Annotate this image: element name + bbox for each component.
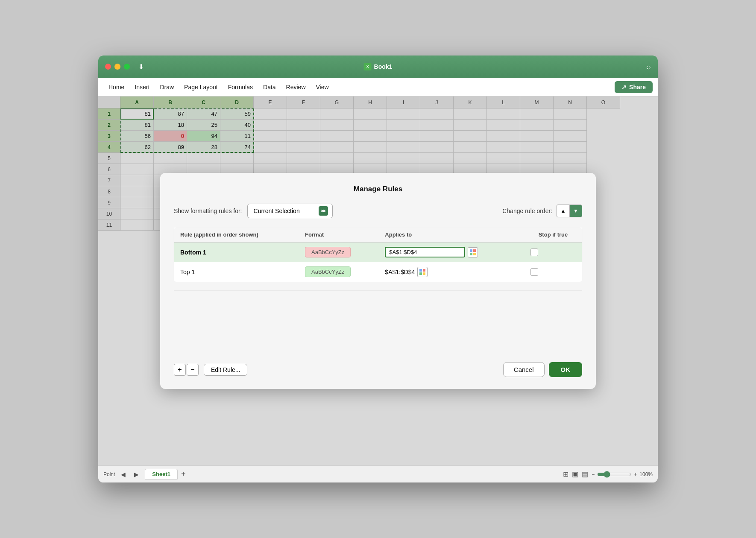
format-badge-green: AaBbCcYyZz xyxy=(305,266,351,277)
cell-ref-icon-top1[interactable] xyxy=(417,267,428,277)
modal-footer: + − Edit Rule... Cancel OK xyxy=(174,362,582,377)
titlebar: ⬇ X Book1 ⌕ xyxy=(98,56,658,78)
quick-access-icon[interactable]: ⬇ xyxy=(138,63,144,71)
bottombar: Point ◀ ▶ Sheet1 + ⊞ ▣ ▤ − + 100% xyxy=(98,465,658,482)
edit-rule-button[interactable]: Edit Rule... xyxy=(204,364,247,376)
rule-applies-top1: $A$1:$D$4 xyxy=(379,262,525,282)
grid-view-icon[interactable]: ⊞ xyxy=(563,470,568,478)
applies-to-value-top1: $A$1:$D$4 xyxy=(385,269,415,275)
col-stop-if-true: Stop if true xyxy=(525,227,582,243)
cancel-button[interactable]: Cancel xyxy=(503,362,545,377)
rule-stop-bottom1 xyxy=(525,243,582,262)
svg-rect-2 xyxy=(470,253,472,255)
rule-applies-bottom1 xyxy=(379,243,525,262)
order-buttons: ▲ ▼ xyxy=(557,205,582,217)
applies-to-input-bottom1[interactable] xyxy=(385,247,465,257)
rules-table-body: Bottom 1 AaBbCcYyZz xyxy=(174,243,582,282)
page-view-icon[interactable]: ▣ xyxy=(572,470,578,478)
spreadsheet-area: A B C D E F G H I J K L M N O xyxy=(98,96,658,465)
menu-formulas[interactable]: Formulas xyxy=(223,81,258,93)
view-icons: ⊞ ▣ ▤ − + 100% xyxy=(563,470,653,478)
zoom-plus-icon[interactable]: + xyxy=(634,471,637,477)
rule-row-bottom1[interactable]: Bottom 1 AaBbCcYyZz xyxy=(174,243,582,262)
stop-checkbox-top1[interactable] xyxy=(530,268,538,276)
rules-for-dropdown[interactable]: Current Selection xyxy=(247,204,333,218)
col-format: Format xyxy=(299,227,379,243)
add-sheet-button[interactable]: + xyxy=(181,470,186,479)
close-button[interactable] xyxy=(105,64,111,70)
app-window: ⬇ X Book1 ⌕ Home Insert Draw Page Layout… xyxy=(98,56,658,482)
col-applies-to: Applies to xyxy=(379,227,525,243)
show-rules-row: Show formatting rules for: Current Selec… xyxy=(174,204,582,218)
cell-ref-icon-bottom1[interactable] xyxy=(468,247,478,257)
svg-rect-6 xyxy=(419,272,422,275)
svg-rect-5 xyxy=(423,269,425,272)
dialog-title: Manage Rules xyxy=(174,185,582,193)
format-badge-pink: AaBbCcYyZz xyxy=(305,247,351,257)
titlebar-buttons xyxy=(105,64,130,70)
svg-rect-4 xyxy=(419,269,422,272)
svg-rect-1 xyxy=(473,249,476,252)
rule-row-top1[interactable]: Top 1 AaBbCcYyZz $A$1:$D$4 xyxy=(174,262,582,282)
menu-review[interactable]: Review xyxy=(281,81,311,93)
excel-icon: X xyxy=(364,63,372,70)
empty-rules-area xyxy=(174,290,582,359)
share-button[interactable]: ↗ Share xyxy=(615,81,653,93)
share-label: Share xyxy=(629,84,646,91)
dropdown-arrow-icon xyxy=(319,206,328,216)
sheet-nav-prev[interactable]: ◀ xyxy=(118,470,128,479)
rules-table-header: Rule (applied in order shown) Format App… xyxy=(174,227,582,243)
rule-name-top1: Top 1 xyxy=(174,262,299,282)
footer-right: Cancel OK xyxy=(503,362,582,377)
svg-rect-3 xyxy=(473,253,476,255)
rule-name-bottom1: Bottom 1 xyxy=(174,243,299,262)
rule-stop-top1 xyxy=(525,262,582,282)
ok-button[interactable]: OK xyxy=(549,362,583,377)
menu-insert[interactable]: Insert xyxy=(129,81,155,93)
menubar: Home Insert Draw Page Layout Formulas Da… xyxy=(98,78,658,96)
manage-rules-dialog: Manage Rules Show formatting rules for: … xyxy=(160,173,596,389)
menu-page-layout[interactable]: Page Layout xyxy=(179,81,223,93)
menu-draw[interactable]: Draw xyxy=(155,81,179,93)
menu-data[interactable]: Data xyxy=(258,81,281,93)
share-icon: ↗ xyxy=(621,84,627,91)
order-up-button[interactable]: ▲ xyxy=(557,205,569,217)
stop-checkbox-bottom1[interactable] xyxy=(530,249,538,256)
rules-table: Rule (applied in order shown) Format App… xyxy=(174,227,582,282)
zoom-minus-icon[interactable]: − xyxy=(592,471,595,477)
zoom-control: − + 100% xyxy=(592,471,653,478)
zoom-slider[interactable] xyxy=(597,471,631,478)
applies-to-field-bottom1 xyxy=(385,247,519,257)
modal-overlay: Manage Rules Show formatting rules for: … xyxy=(98,96,658,465)
maximize-button[interactable] xyxy=(124,64,130,70)
status-text: Point xyxy=(103,471,115,477)
menu-view[interactable]: View xyxy=(311,81,334,93)
add-rule-button[interactable]: + xyxy=(174,364,186,376)
remove-rule-button[interactable]: − xyxy=(187,364,199,376)
search-icon[interactable]: ⌕ xyxy=(646,62,651,71)
applies-to-field-top1: $A$1:$D$4 xyxy=(385,267,519,277)
col-rule: Rule (applied in order shown) xyxy=(174,227,299,243)
header-row: Rule (applied in order shown) Format App… xyxy=(174,227,582,243)
menu-home[interactable]: Home xyxy=(103,81,129,93)
minimize-button[interactable] xyxy=(114,64,120,70)
svg-rect-0 xyxy=(470,249,472,252)
sheet-nav-next[interactable]: ▶ xyxy=(132,470,141,479)
change-rule-order-label: Change rule order: xyxy=(502,208,552,214)
zoom-value: 100% xyxy=(639,471,653,477)
show-rules-label: Show formatting rules for: xyxy=(174,208,242,214)
svg-rect-7 xyxy=(423,272,425,275)
order-down-button[interactable]: ▼ xyxy=(569,205,582,217)
sheet-tab-sheet1[interactable]: Sheet1 xyxy=(145,469,178,480)
app-title: Book1 xyxy=(374,63,393,70)
titlebar-title: X Book1 xyxy=(364,63,393,70)
footer-left: + − Edit Rule... xyxy=(174,364,247,376)
layout-view-icon[interactable]: ▤ xyxy=(582,470,588,478)
dropdown-value: Current Selection xyxy=(254,208,300,214)
rule-format-top1: AaBbCcYyZz xyxy=(299,262,379,282)
rule-format-bottom1: AaBbCcYyZz xyxy=(299,243,379,262)
